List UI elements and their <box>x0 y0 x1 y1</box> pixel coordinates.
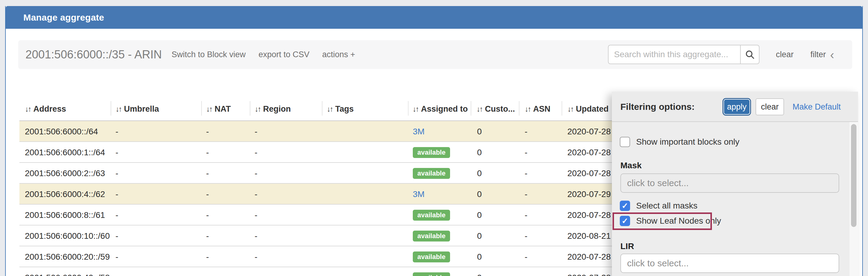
sort-icon: ↓↑ <box>206 105 212 113</box>
column-divider <box>471 101 471 115</box>
cell-asn: - <box>525 163 527 184</box>
cell-umbrella: - <box>116 184 118 205</box>
show-important-blocks-row: Show important blocks only <box>620 137 740 147</box>
assigned-link[interactable]: 3M <box>413 127 425 137</box>
actions-menu-link[interactable]: actions + <box>322 40 355 69</box>
show-leaf-nodes-row: ✓ Show Leaf Nodes only <box>620 216 721 226</box>
apply-button[interactable]: apply <box>723 99 750 115</box>
cell-nat: - <box>206 246 209 267</box>
sort-icon: ↓↑ <box>255 105 260 113</box>
mask-select[interactable]: click to select... <box>620 173 839 193</box>
assigned-status-badge: available <box>413 272 450 276</box>
cell-updated: 2020-07-28 <box>567 267 611 276</box>
select-all-masks-checkbox[interactable]: ✓ <box>620 201 630 211</box>
page-title: Manage aggregate <box>23 12 104 23</box>
show-important-blocks-checkbox[interactable] <box>620 137 630 147</box>
cell-region: - <box>255 184 257 205</box>
cell-asn: - <box>525 205 527 226</box>
cell-address: 2001:506:6000:40::/58 <box>25 267 110 276</box>
show-leaf-nodes-checkbox[interactable]: ✓ <box>620 216 630 226</box>
select-all-masks-row: ✓ Select all masks <box>620 201 698 211</box>
column-divider <box>322 101 322 115</box>
cell-umbrella: - <box>116 205 118 226</box>
sort-icon: ↓↑ <box>116 105 121 113</box>
column-header-updated[interactable]: ↓↑ Updated <box>567 97 609 121</box>
cell-address: 2001:506:6000:10::/60 <box>25 226 110 246</box>
cell-assigned-to: available <box>413 246 450 267</box>
column-header-region[interactable]: ↓↑ Region <box>255 97 291 121</box>
cell-updated: 2020-07-28 <box>567 142 611 163</box>
assigned-link[interactable]: 3M <box>413 189 425 199</box>
cell-customer: 0 <box>477 121 482 142</box>
clear-search-link[interactable]: clear <box>776 40 794 69</box>
cell-address: 2001:506:6000:2::/63 <box>25 163 105 184</box>
column-divider <box>562 101 562 115</box>
cell-address: 2001:506:6000:1::/64 <box>25 142 105 163</box>
assigned-status-badge: available <box>413 147 450 158</box>
assigned-status-badge: available <box>413 251 450 263</box>
cell-region: - <box>255 121 257 142</box>
search-input[interactable] <box>608 45 740 64</box>
cell-nat: - <box>206 184 209 205</box>
cell-assigned-to: available <box>413 142 450 163</box>
cell-region: - <box>255 205 257 226</box>
cell-umbrella: - <box>116 246 118 267</box>
sort-icon: ↓↑ <box>412 105 418 113</box>
card-header: Manage aggregate <box>6 6 862 29</box>
assigned-status-badge: available <box>413 210 450 220</box>
sort-icon: ↓↑ <box>327 105 333 113</box>
cell-address: 2001:506:6000:8::/61 <box>25 205 105 226</box>
column-divider <box>250 101 250 115</box>
panel-scrollbar-thumb[interactable] <box>851 124 857 227</box>
search-button[interactable] <box>740 45 760 64</box>
column-header-tags[interactable]: ↓↑ Tags <box>327 97 354 121</box>
lir-label: LIR <box>620 242 634 251</box>
cell-customer: 0 <box>477 246 482 267</box>
cell-asn: - <box>525 142 527 163</box>
assigned-status-badge: available <box>413 231 450 242</box>
filter-panel-title: Filtering options: <box>620 92 695 122</box>
cell-nat: - <box>206 121 209 142</box>
column-header-umbrella[interactable]: ↓↑ Umbrella <box>116 97 159 121</box>
cell-nat: - <box>206 142 209 163</box>
cell-region: - <box>255 246 257 267</box>
make-default-link[interactable]: Make Default <box>793 92 841 122</box>
sort-icon: ↓↑ <box>525 105 530 113</box>
cell-nat: - <box>206 163 209 184</box>
sort-icon: ↓↑ <box>567 105 573 113</box>
filter-toggle-link[interactable]: filter ‹ <box>810 40 834 69</box>
cell-updated: 2020-07-29 <box>567 184 611 205</box>
mask-select-placeholder: click to select... <box>627 178 689 188</box>
cell-nat: - <box>206 226 209 246</box>
cell-customer: 0 <box>477 184 482 205</box>
page: Manage aggregate 2001:506:6000::/35 - AR… <box>0 0 868 276</box>
cell-customer: 0 <box>477 142 482 163</box>
cell-assigned-to: available <box>413 163 450 184</box>
cell-updated: 2020-07-28 <box>567 246 611 267</box>
select-all-masks-label: Select all masks <box>636 201 698 211</box>
cell-assigned-to: available <box>413 226 450 246</box>
cell-umbrella: - <box>116 226 118 246</box>
clear-filters-button[interactable]: clear <box>755 98 784 115</box>
sort-icon: ↓↑ <box>476 105 482 113</box>
column-header-address[interactable]: ↓↑ Address <box>25 97 66 121</box>
column-divider <box>201 101 202 115</box>
sort-icon: ↓↑ <box>25 105 31 113</box>
column-header-asn[interactable]: ↓↑ ASN <box>525 97 550 121</box>
check-icon: ✓ <box>622 201 628 211</box>
column-header-customer[interactable]: ↓↑ Custo... <box>476 97 515 121</box>
cell-asn: - <box>525 121 527 142</box>
switch-to-block-view-link[interactable]: Switch to Block view <box>172 40 246 69</box>
column-header-assigned-to[interactable]: ↓↑ Assigned to <box>412 97 468 121</box>
cell-updated: 2020-07-28 <box>567 121 611 142</box>
column-header-nat[interactable]: ↓↑ NAT <box>206 97 231 121</box>
lir-select[interactable]: click to select... <box>620 253 839 273</box>
mask-label: Mask <box>620 161 642 170</box>
check-icon: ✓ <box>622 216 628 226</box>
cell-region: - <box>255 226 257 246</box>
cell-address: 2001:506:6000:20::/59 <box>25 246 110 267</box>
cell-assigned-to: 3M <box>413 184 425 205</box>
lir-select-placeholder: click to select... <box>627 258 689 269</box>
cell-customer: 0 <box>477 267 482 276</box>
export-to-csv-link[interactable]: export to CSV <box>258 40 309 69</box>
